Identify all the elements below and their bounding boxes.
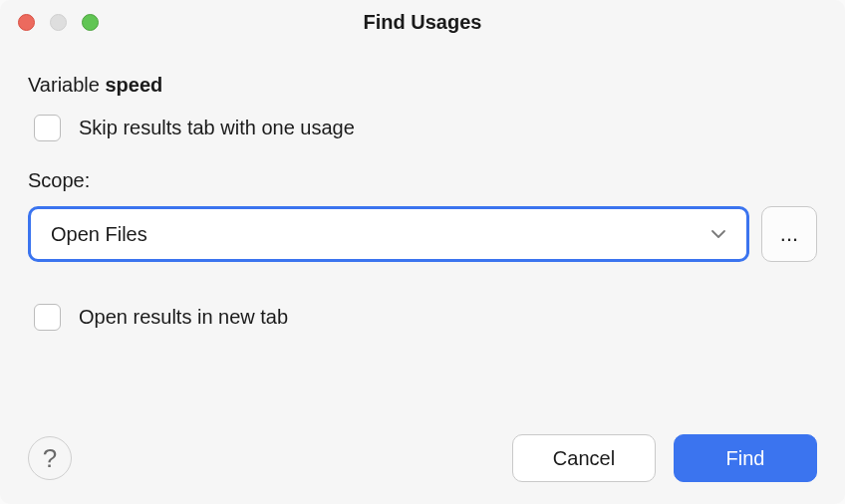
variable-name: speed (105, 74, 162, 96)
minimize-window-button[interactable] (50, 14, 67, 31)
open-new-tab-row: Open results in new tab (28, 304, 817, 331)
find-button-label: Find (726, 447, 765, 470)
traffic-lights (18, 14, 99, 31)
dialog-window: Find Usages Variable speed Skip results … (0, 0, 845, 504)
chevron-down-icon (710, 226, 726, 242)
dialog-title: Find Usages (364, 11, 482, 34)
scope-browse-button[interactable]: ... (761, 206, 817, 262)
open-new-tab-label: Open results in new tab (79, 306, 288, 329)
maximize-window-button[interactable] (82, 14, 99, 31)
dialog-footer: ? Cancel Find (28, 434, 817, 482)
variable-description: Variable speed (28, 74, 817, 97)
dialog-content: Variable speed Skip results tab with one… (0, 44, 845, 331)
cancel-button[interactable]: Cancel (512, 434, 656, 482)
footer-buttons: Cancel Find (512, 434, 817, 482)
skip-results-checkbox[interactable] (34, 115, 61, 141)
help-button[interactable]: ? (28, 436, 72, 480)
skip-results-label: Skip results tab with one usage (79, 117, 355, 139)
scope-selected-value: Open Files (51, 223, 147, 246)
scope-select[interactable]: Open Files (28, 206, 749, 262)
scope-row: Open Files ... (28, 206, 817, 262)
scope-label: Scope: (28, 169, 817, 192)
variable-prefix: Variable (28, 74, 105, 96)
open-new-tab-checkbox[interactable] (34, 304, 61, 331)
find-button[interactable]: Find (674, 434, 817, 482)
skip-results-row: Skip results tab with one usage (28, 115, 817, 141)
help-icon: ? (43, 443, 57, 474)
ellipsis-icon: ... (780, 221, 798, 247)
close-window-button[interactable] (18, 14, 35, 31)
cancel-button-label: Cancel (553, 447, 615, 470)
titlebar: Find Usages (0, 0, 845, 44)
